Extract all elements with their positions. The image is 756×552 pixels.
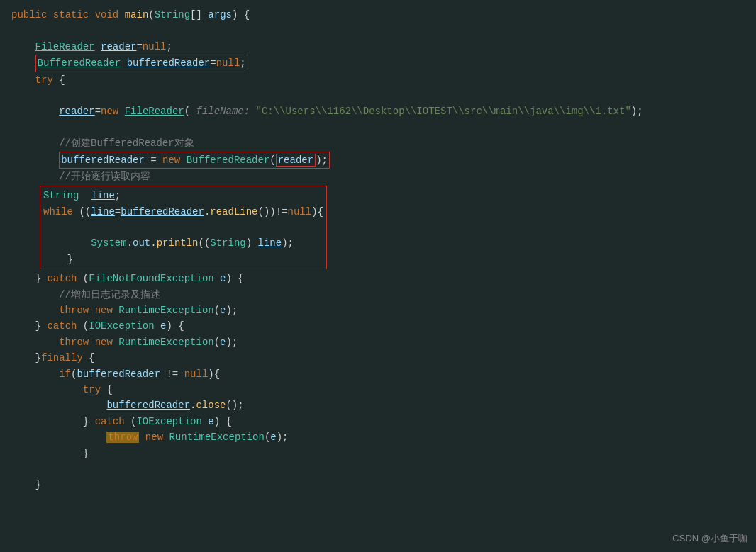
line-br-close: bufferedReader.close(); — [11, 398, 745, 413]
line-throw1: throw new RuntimeException(e); — [11, 303, 745, 318]
line-blank4 — [43, 220, 323, 235]
line-catch1-open: } catch (FileNotFoundException e) { — [11, 271, 745, 286]
line-blank5 — [11, 461, 745, 477]
line-br-new: bufferedReader = new BufferedReader(read… — [11, 152, 745, 169]
line-if-br: if(bufferedReader != null){ — [11, 366, 745, 382]
line-bufferedreader: BufferedReader bufferedReader=null; — [11, 55, 745, 72]
line-filereader: FileReader reader=null; — [11, 39, 745, 55]
code-editor: public static void main(String[] args) {… — [0, 0, 756, 500]
line-inner-try: try { — [11, 382, 745, 398]
line-blank3 — [11, 120, 745, 135]
loop-region: String line; while ((line=bufferedReader… — [40, 186, 327, 269]
line-reader-new: reader=new FileReader( fileName: "C:\\Us… — [11, 103, 745, 119]
line-while: while ((line=bufferedReader.readLine())!… — [43, 204, 323, 220]
watermark: CSDN @小鱼于咖 — [672, 531, 747, 546]
line-final-close: } — [11, 477, 745, 492]
line-throw3: throw new RuntimeException(e); — [11, 429, 745, 445]
line-while-close: } — [43, 252, 323, 267]
line-string-decl: String line; — [43, 188, 323, 203]
line-comment3: //增加日志记录及描述 — [11, 287, 745, 303]
line-throw2: throw new RuntimeException(e); — [11, 334, 745, 350]
throw-highlight: throw — [106, 432, 139, 443]
line-inner-catch: } catch (IOException e) { — [11, 414, 745, 429]
line-comment2: //开始逐行读取内容 — [11, 169, 745, 184]
line-1: public static void main(String[] args) { — [11, 7, 745, 23]
line-try: try { — [11, 72, 745, 88]
line-inner-close: } — [11, 446, 745, 461]
line-catch2-open: } catch (IOException e) { — [11, 318, 745, 334]
line-blank2 — [11, 88, 745, 103]
line-blank1 — [11, 23, 745, 38]
line-println: System.out.println((String) line); — [43, 235, 323, 251]
line-comment1: //创建BufferedReader对象 — [11, 135, 745, 151]
line-finally-open: }finally { — [11, 350, 745, 366]
